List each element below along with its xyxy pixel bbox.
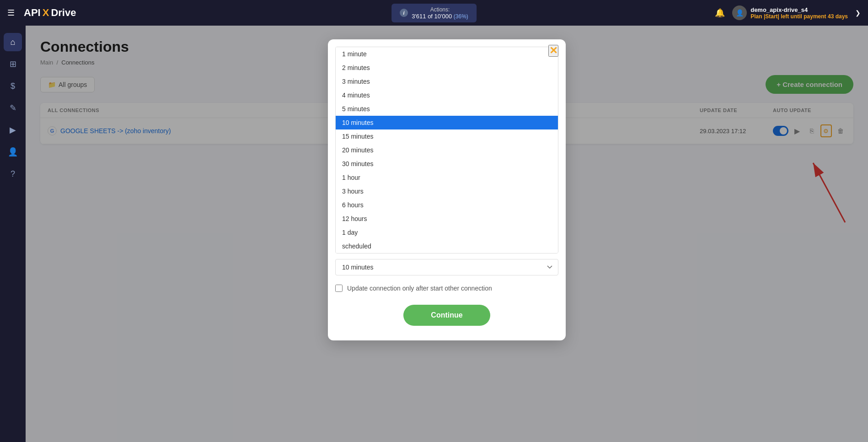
sidebar-item-home[interactable]: ⌂ <box>4 33 22 51</box>
avatar: 👤 <box>732 5 747 20</box>
option-2min[interactable]: 2 minutes <box>336 61 558 75</box>
update-after-checkbox[interactable] <box>335 285 343 292</box>
option-20min[interactable]: 20 minutes <box>336 143 558 157</box>
sidebar-item-help[interactable]: ? <box>4 165 22 183</box>
logo-x: X <box>43 7 49 19</box>
option-10min[interactable]: 10 minutes <box>336 116 558 129</box>
user-menu-chevron[interactable]: ❯ <box>855 9 861 16</box>
interval-select[interactable]: 1 minute 2 minutes 3 minutes 4 minutes 5… <box>335 259 558 275</box>
option-30min[interactable]: 30 minutes <box>336 157 558 171</box>
layout: ⌂ ⊞ $ ✎ ▶ 👤 ? Connections Main / Connect… <box>0 26 868 442</box>
info-icon: i <box>400 9 408 17</box>
option-1hour[interactable]: 1 hour <box>336 171 558 184</box>
user-name: demo_apix-drive_s4 <box>750 6 848 13</box>
sidebar-item-video[interactable]: ▶ <box>4 121 22 139</box>
actions-label: Actions: <box>412 6 468 13</box>
bell-icon[interactable]: 🔔 <box>715 8 725 18</box>
option-6hours[interactable]: 6 hours <box>336 198 558 212</box>
user-plan: Plan |Start| left until payment 43 days <box>750 13 848 20</box>
logo-drive: Drive <box>51 7 76 19</box>
option-scheduled[interactable]: scheduled <box>336 239 558 253</box>
actions-badge: i Actions: 3'611 of 10'000 (36%) <box>391 4 477 22</box>
dropdown-list[interactable]: 1 minute 2 minutes 3 minutes 4 minutes 5… <box>335 47 558 253</box>
option-1min[interactable]: 1 minute <box>336 47 558 61</box>
option-5min[interactable]: 5 minutes <box>336 102 558 116</box>
continue-button[interactable]: Continue <box>403 305 490 326</box>
update-after-label: Update connection only after start other… <box>347 285 492 292</box>
navbar: ☰ APIXDrive i Actions: 3'611 of 10'000 (… <box>0 0 868 26</box>
sidebar: ⌂ ⊞ $ ✎ ▶ 👤 ? <box>0 26 26 442</box>
continue-btn-row: Continue <box>328 305 566 326</box>
modal-overlay: ✕ 1 minute 2 minutes 3 minutes 4 minutes… <box>26 26 868 442</box>
sidebar-item-dashboard[interactable]: ⊞ <box>4 55 22 73</box>
select-row: 1 minute 2 minutes 3 minutes 4 minutes 5… <box>335 259 558 275</box>
checkbox-row: Update connection only after start other… <box>335 285 558 292</box>
main-content: Connections Main / Connections 📁 All gro… <box>26 26 868 442</box>
logo-api: API <box>24 7 41 19</box>
sidebar-item-briefcase[interactable]: ✎ <box>4 99 22 117</box>
option-3min[interactable]: 3 minutes <box>336 75 558 88</box>
sidebar-item-billing[interactable]: $ <box>4 77 22 95</box>
modal-close-button[interactable]: ✕ <box>548 45 558 57</box>
user-info: 👤 demo_apix-drive_s4 Plan |Start| left u… <box>732 5 848 20</box>
actions-value: 3'611 of 10'000 <box>412 13 452 20</box>
sidebar-item-user[interactable]: 👤 <box>4 143 22 161</box>
modal: ✕ 1 minute 2 minutes 3 minutes 4 minutes… <box>328 39 566 340</box>
option-15min[interactable]: 15 minutes <box>336 129 558 143</box>
navbar-right: 🔔 👤 demo_apix-drive_s4 Plan |Start| left… <box>715 5 861 20</box>
logo: APIXDrive <box>24 7 76 19</box>
hamburger-menu[interactable]: ☰ <box>7 8 15 18</box>
option-1day[interactable]: 1 day <box>336 226 558 239</box>
option-3hours[interactable]: 3 hours <box>336 184 558 198</box>
option-12hours[interactable]: 12 hours <box>336 212 558 226</box>
actions-percent: (36%) <box>454 13 468 20</box>
user-details: demo_apix-drive_s4 Plan |Start| left unt… <box>750 6 848 20</box>
option-4min[interactable]: 4 minutes <box>336 88 558 102</box>
